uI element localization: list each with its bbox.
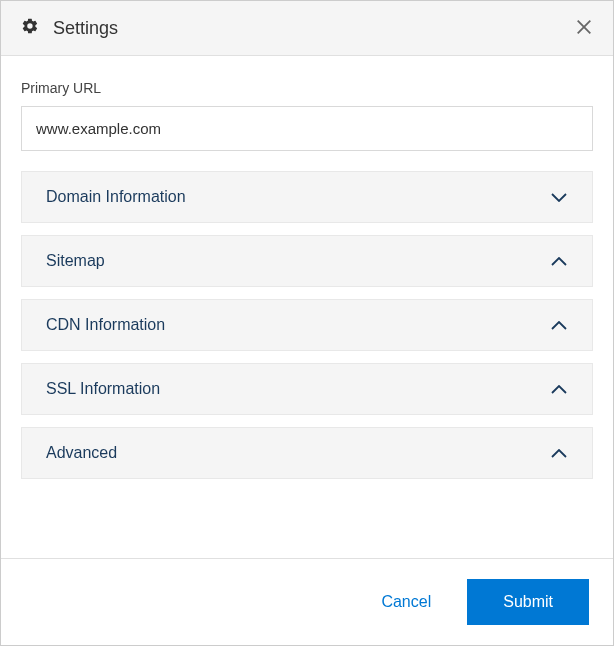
primary-url-field: Primary URL bbox=[21, 80, 593, 151]
chevron-up-icon bbox=[550, 256, 568, 266]
dialog-title: Settings bbox=[53, 18, 118, 39]
accordion-label: Domain Information bbox=[46, 188, 186, 206]
dialog-header: Settings bbox=[1, 1, 613, 56]
chevron-up-icon bbox=[550, 384, 568, 394]
accordion-label: SSL Information bbox=[46, 380, 160, 398]
accordion-item-advanced[interactable]: Advanced bbox=[21, 427, 593, 479]
accordion-label: Sitemap bbox=[46, 252, 105, 270]
dialog-footer: Cancel Submit bbox=[1, 558, 613, 645]
submit-button[interactable]: Submit bbox=[467, 579, 589, 625]
chevron-down-icon bbox=[550, 192, 568, 202]
accordion-label: CDN Information bbox=[46, 316, 165, 334]
accordion-label: Advanced bbox=[46, 444, 117, 462]
settings-dialog: Settings Primary URL Domain Information … bbox=[0, 0, 614, 646]
primary-url-input[interactable] bbox=[21, 106, 593, 151]
accordion: Domain Information Sitemap CDN Informati… bbox=[21, 171, 593, 479]
close-icon bbox=[575, 18, 593, 39]
close-button[interactable] bbox=[575, 18, 593, 39]
chevron-up-icon bbox=[550, 448, 568, 458]
accordion-item-sitemap[interactable]: Sitemap bbox=[21, 235, 593, 287]
chevron-up-icon bbox=[550, 320, 568, 330]
dialog-body: Primary URL Domain Information Sitemap C… bbox=[1, 56, 613, 558]
dialog-header-left: Settings bbox=[21, 17, 118, 39]
primary-url-label: Primary URL bbox=[21, 80, 593, 96]
accordion-item-domain-information[interactable]: Domain Information bbox=[21, 171, 593, 223]
accordion-item-cdn-information[interactable]: CDN Information bbox=[21, 299, 593, 351]
cancel-button[interactable]: Cancel bbox=[365, 583, 447, 621]
gear-icon bbox=[21, 17, 39, 39]
accordion-item-ssl-information[interactable]: SSL Information bbox=[21, 363, 593, 415]
